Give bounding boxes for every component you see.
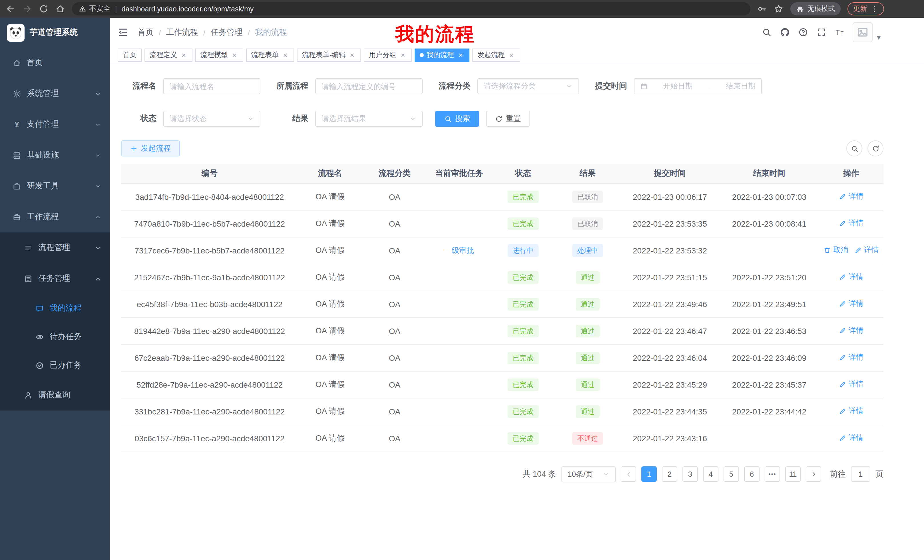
bookmark-star-icon[interactable] <box>774 4 783 14</box>
tab-close-icon[interactable]: × <box>231 51 238 59</box>
sidebar-item-my-process[interactable]: 我的流程 <box>0 294 110 322</box>
page-button-11[interactable]: 11 <box>785 466 801 482</box>
browser-reload-button[interactable] <box>39 4 48 14</box>
filter-field-process-name: 流程名 <box>121 78 260 94</box>
detail-link[interactable]: 详情 <box>839 406 864 416</box>
create-process-button[interactable]: 发起流程 <box>121 141 180 156</box>
submit-time-daterange[interactable]: 开始日期-结束日期 <box>634 78 762 94</box>
tab-process-definition[interactable]: 流程定义× <box>144 48 192 61</box>
detail-link[interactable]: 详情 <box>839 219 864 229</box>
page-button-4[interactable]: 4 <box>703 466 718 482</box>
process-name-input[interactable] <box>164 78 260 94</box>
page-button-2[interactable]: 2 <box>662 466 677 482</box>
tab-process-form[interactable]: 流程表单× <box>246 48 294 61</box>
security-chip[interactable]: 不安全 <box>79 4 111 14</box>
menu-dots-icon[interactable]: ⋮ <box>871 5 878 13</box>
sidebar-item-devtools[interactable]: 研发工具 <box>0 171 110 202</box>
prev-page-button[interactable] <box>621 466 636 482</box>
sidebar-item-system[interactable]: 系统管理 <box>0 78 110 109</box>
cell-name: OA 请假 <box>298 317 362 344</box>
tab-user-group[interactable]: 用户分组× <box>364 48 412 61</box>
tab-label: 流程表单-编辑 <box>302 50 345 60</box>
tab-close-icon[interactable]: × <box>282 51 289 59</box>
password-key-icon[interactable] <box>757 4 767 14</box>
goto-page-input[interactable] <box>851 466 870 482</box>
detail-link[interactable]: 详情 <box>839 272 864 282</box>
cell-name: OA 请假 <box>298 237 362 264</box>
detail-link[interactable]: 详情 <box>854 245 879 256</box>
cell-submit-time: 2022-01-22 23:53:32 <box>620 237 720 264</box>
sidebar-item-payment[interactable]: ¥支付管理 <box>0 109 110 140</box>
current-task-link[interactable]: 一级审批 <box>444 245 474 256</box>
result-select[interactable]: 请选择流结果 <box>315 111 423 127</box>
sidebar-item-process-mgmt[interactable]: 流程管理 <box>0 232 110 263</box>
page-size-select[interactable]: 10条/页 <box>561 466 616 482</box>
sidebar-item-infra[interactable]: 基础设施 <box>0 140 110 171</box>
tab-close-icon[interactable]: × <box>457 51 464 59</box>
row-actions: 详情 <box>839 192 864 202</box>
reset-button[interactable]: 重置 <box>486 111 530 127</box>
detail-link[interactable]: 详情 <box>839 192 864 202</box>
breadcrumb-item[interactable]: 工作流程 <box>166 27 198 37</box>
fullscreen-icon[interactable] <box>817 27 826 37</box>
process-def-input[interactable] <box>315 78 423 94</box>
edit-icon <box>839 354 846 361</box>
collapse-sidebar-button[interactable] <box>118 27 129 38</box>
tab-process-model[interactable]: 流程模型× <box>195 48 243 61</box>
breadcrumb-item[interactable]: 任务管理 <box>211 27 243 37</box>
tab-label: 用户分组 <box>369 50 396 60</box>
search-button[interactable]: 搜索 <box>435 111 479 127</box>
tab-my-process[interactable]: 我的流程× <box>415 48 470 61</box>
user-avatar[interactable]: ▾ <box>853 22 880 42</box>
sidebar-item-todo-tasks[interactable]: 待办任务 <box>0 322 110 351</box>
address-bar[interactable]: 不安全 | dashboard.yudao.iocoder.cn/bpm/tas… <box>72 2 750 15</box>
detail-link[interactable]: 详情 <box>839 299 864 309</box>
detail-link[interactable]: 详情 <box>839 352 864 363</box>
sidebar-item-done-tasks[interactable]: 已办任务 <box>0 351 110 380</box>
more-pages-button[interactable]: ••• <box>765 466 780 482</box>
sidebar-item-task-mgmt[interactable]: 任务管理 <box>0 263 110 294</box>
sidebar-item-home[interactable]: 首页 <box>0 47 110 78</box>
browser-home-button[interactable] <box>56 4 65 14</box>
date-end-placeholder: 结束日期 <box>726 81 756 91</box>
status-badge: 已完成 <box>508 271 538 283</box>
sidebar-item-leave-query[interactable]: 请假查询 <box>0 380 110 410</box>
cancel-link[interactable]: 取消 <box>824 245 848 256</box>
fontsize-icon[interactable]: TT <box>835 27 845 37</box>
update-button[interactable]: 更新 ⋮ <box>848 2 884 15</box>
refresh-table-button[interactable] <box>867 141 884 156</box>
tab-close-icon[interactable]: × <box>508 51 515 59</box>
tab-close-icon[interactable]: × <box>348 51 356 59</box>
page-button-1[interactable]: 1 <box>641 466 657 482</box>
table-row: 7317cec6-7b9b-11ec-b5b7-acde48001122OA 请… <box>121 237 884 264</box>
app-logo[interactable]: 芋道管理系统 <box>0 18 110 47</box>
cell-id: 331bc281-7b9a-11ec-a290-acde48001122 <box>121 398 298 425</box>
process-category-select[interactable]: 请选择流程分类 <box>477 78 579 94</box>
browser-back-button[interactable] <box>6 4 15 14</box>
tab-close-icon[interactable]: × <box>399 51 406 59</box>
detail-link[interactable]: 详情 <box>839 433 864 443</box>
tab-home[interactable]: 首页 <box>118 48 142 61</box>
question-icon[interactable] <box>799 27 808 37</box>
annotation-text: 我的流程 <box>395 22 475 47</box>
status-select[interactable]: 请选择状态 <box>164 111 260 127</box>
page-button-5[interactable]: 5 <box>723 466 739 482</box>
select-placeholder: 请选择流程分类 <box>484 81 536 91</box>
search-icon[interactable] <box>762 27 772 37</box>
github-icon[interactable] <box>780 27 790 37</box>
tab-process-form-edit[interactable]: 流程表单-编辑× <box>297 48 361 61</box>
sidebar-item-workflow[interactable]: 工作流程 <box>0 202 110 232</box>
cell-id: 819442e8-7b9a-11ec-a290-acde48001122 <box>121 317 298 344</box>
page-button-6[interactable]: 6 <box>744 466 759 482</box>
next-page-button[interactable] <box>806 466 821 482</box>
cell-current-task <box>427 344 491 371</box>
filter-field-status: 状态请选择状态 <box>121 111 260 127</box>
tab-create-process[interactable]: 发起流程× <box>472 48 520 61</box>
browser-forward-button[interactable] <box>22 4 32 14</box>
detail-link[interactable]: 详情 <box>839 379 864 389</box>
breadcrumb-item[interactable]: 首页 <box>138 27 154 37</box>
toggle-search-button[interactable] <box>846 141 862 156</box>
detail-link[interactable]: 详情 <box>839 326 864 336</box>
page-button-3[interactable]: 3 <box>682 466 698 482</box>
tab-close-icon[interactable]: × <box>180 51 188 59</box>
